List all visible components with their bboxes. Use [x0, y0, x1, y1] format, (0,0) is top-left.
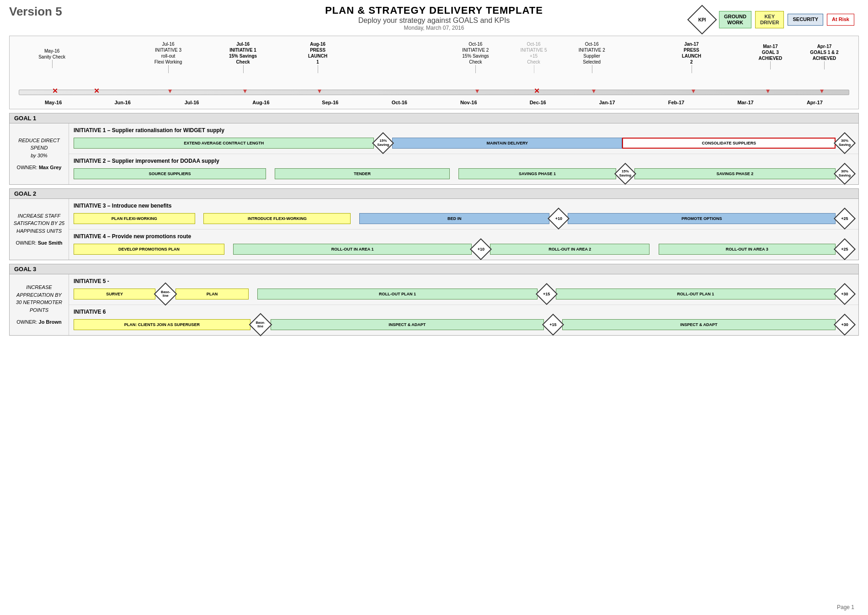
timeline-event-mar17: Mar-17 GOAL 3 ACHIEVED	[752, 43, 788, 61]
timeline-bar	[19, 90, 849, 95]
marker-down-aug: ▾	[318, 86, 321, 95]
bar-plan-flexi: PLAN FLEXI-WORKING	[74, 213, 195, 224]
event-line	[318, 65, 318, 73]
timeline-event-jul16-i1: Jul-16 INITIATIVE 1 15% Savings Check	[223, 41, 264, 65]
diamond-15-i5: +15	[538, 285, 556, 303]
bar-rollout-plan1b-i5: ROLL-OUT PLAN 1	[556, 289, 836, 299]
bar-rollout-area2: ROLL-OUT IN AREA 2	[490, 244, 650, 255]
month-apr17: Apr-17	[780, 100, 849, 105]
legend-security: SECURITY	[788, 14, 823, 25]
bar-source-suppliers: SOURCE SUPPLIERS	[74, 168, 266, 179]
bar-develop-promotions: DEVELOP PROMOTIONS PLAN	[74, 244, 224, 255]
diamond-label: +10	[478, 247, 485, 251]
bar-plan-clients: PLAN: CLIENTS JOIN AS SUPERUSER	[74, 319, 250, 330]
diamond-10-i4: +10	[472, 240, 490, 258]
bar-extend-contract: EXTEND AVERAGE CONTRACT LENGTH	[74, 138, 374, 149]
initiative-6-title: INITIATIVE 6	[74, 309, 854, 315]
diamond-15-i6: +15	[544, 316, 562, 334]
diamond-label: 15%Saving	[377, 139, 389, 147]
bar-plan-i5: PLAN	[176, 289, 249, 299]
event-line	[770, 61, 771, 70]
month-jun16: Jun-16	[88, 100, 157, 105]
bar-savings-phase1: SAVINGS PHASE 1	[458, 168, 616, 179]
marker-x-may: ✕	[52, 87, 58, 95]
bar-gap	[224, 244, 233, 255]
goal-2-owner: OWNER: Sue Smith	[16, 239, 62, 247]
event-line	[52, 60, 53, 68]
marker-down-jul2: ▾	[243, 86, 247, 95]
page-number: Page 1	[837, 604, 854, 610]
version-label: Version 5	[9, 5, 62, 19]
event-line	[168, 65, 169, 73]
initiative-2-block: INITIATIVE 2 – Supplier improvement for …	[69, 154, 858, 184]
event-line	[243, 65, 244, 73]
goal-2-sidebar: INCREASE STAFFSATISFACTION BY 25HAPPINES…	[10, 199, 69, 260]
diamond-15-saving-i1: 15%Saving	[374, 134, 392, 152]
month-dec16: Dec-16	[503, 100, 572, 105]
marker-x-jun: ✕	[94, 87, 100, 95]
diamond-baseline-i5: Base-line	[155, 285, 176, 303]
goal-1-section: GOAL 1 REDUCE DIRECTSPENDby 30% OWNER: M…	[9, 113, 859, 185]
initiative-1-bars: EXTEND AVERAGE CONTRACT LENGTH 15%Saving…	[74, 136, 854, 150]
diamond-label: 15%Saving	[619, 170, 631, 178]
goal-1-sidebar-text: REDUCE DIRECTSPENDby 30%	[18, 137, 59, 160]
marker-down-oct1: ▾	[475, 86, 479, 95]
initiative-4-block: INITIATIVE 4 – Provide new promotions ro…	[69, 230, 858, 260]
month-jan17: Jan-17	[572, 100, 641, 105]
timeline-event-oct16-supplier: Oct-16 INITIATIVE 2 Supplier Selected	[574, 41, 610, 65]
bar-bed-in: BED IN	[359, 213, 549, 224]
kpi-label: KPI	[698, 17, 706, 22]
bar-inspect-adapt2: INSPECT & ADAPT	[562, 319, 836, 330]
diamond-10-i3: +10	[549, 209, 568, 228]
initiative-6-bars: PLAN: CLIENTS JOIN AS SUPERUSER Base-lin…	[74, 318, 854, 332]
legend-area: KPI GROUNDWORK KEYDRIVER SECURITY At Ris…	[689, 6, 854, 33]
bar-introduce-flexi: INTRODUCE FLEXI-WORKING	[203, 213, 351, 224]
bar-savings-phase2: SAVINGS PHASE 2	[634, 168, 836, 179]
initiative-5-title: INITIATIVE 5 -	[74, 278, 854, 284]
initiative-5-bars: SURVEY Base-line PLAN ROLL-OUT PLAN 1 +1…	[74, 287, 854, 301]
month-nov16: Nov-16	[434, 100, 503, 105]
bar-gap	[450, 168, 458, 179]
event-line	[534, 65, 534, 73]
bar-promote-options: PROMOTE OPTIONS	[568, 213, 836, 224]
goal-1-header: GOAL 1	[10, 113, 858, 123]
diamond-label: +30	[841, 292, 848, 296]
goal-2-initiatives: INITIATIVE 3 – Introduce new benefits PL…	[69, 199, 858, 260]
goal-1-owner: OWNER: Max Grey	[17, 164, 62, 171]
timeline-event-oct16-i2: Oct-16 INITIATIVE 2 15% Savings Check	[455, 41, 496, 65]
goal-3-initiatives: INITIATIVE 5 - SURVEY Base-line PLAN ROL…	[69, 274, 858, 335]
months-row: May-16 Jun-16 Jul-16 Aug-16 Sep-16 Oct-1…	[19, 100, 849, 105]
bar-gap	[266, 168, 275, 179]
diamond-label: 30%Saving	[839, 170, 851, 178]
timeline-event-aug16: Aug-16 PRESS LAUNCH 1	[299, 41, 336, 65]
marker-down-jul1: ▾	[168, 86, 172, 95]
diamond-label: +25	[841, 247, 848, 251]
bar-survey: SURVEY	[74, 289, 155, 299]
event-line	[475, 65, 476, 73]
diamond-30-i5: +30	[836, 285, 854, 303]
marker-down-mar: ▾	[766, 86, 770, 95]
goal-3-header: GOAL 3	[10, 264, 858, 274]
goal-2-header: GOAL 2	[10, 189, 858, 199]
month-oct16: Oct-16	[365, 100, 434, 105]
month-aug16: Aug-16	[226, 100, 295, 105]
kpi-diamond: KPI	[689, 6, 715, 33]
diamond-label: +15	[549, 322, 556, 327]
event-line	[824, 61, 825, 70]
initiative-6-block: INITIATIVE 6 PLAN: CLIENTS JOIN AS SUPER…	[69, 305, 858, 335]
initiative-1-block: INITIATIVE 1 – Supplier rationalisation …	[69, 123, 858, 154]
goal-3-sidebar: INCREASEAPPRECIATION BY30 NETPROMOTERPOI…	[10, 274, 69, 335]
legend-groundwork: GROUNDWORK	[719, 11, 751, 28]
goal-1-body: REDUCE DIRECTSPENDby 30% OWNER: Max Grey…	[10, 123, 858, 184]
goal-1-initiatives: INITIATIVE 1 – Supplier rationalisation …	[69, 123, 858, 184]
timeline-event-jul16-i3: Jul-16 INITIATIVE 3 roll-out Flexi Worki…	[148, 41, 189, 65]
bar-gap	[249, 289, 258, 299]
month-jul16: Jul-16	[157, 100, 226, 105]
diamond-label: +30	[841, 322, 848, 327]
diamond-30-i6: +30	[836, 316, 854, 334]
initiative-2-bars: SOURCE SUPPLIERS TENDER SAVINGS PHASE 1 …	[74, 167, 854, 181]
diamond-15-saving-i2: 15%Saving	[616, 165, 634, 183]
goal-2-body: INCREASE STAFFSATISFACTION BY 25HAPPINES…	[10, 199, 858, 260]
legend-atrisk: At Risk	[827, 14, 854, 25]
diamond-30-saving-i2: 30%Saving	[836, 165, 854, 183]
